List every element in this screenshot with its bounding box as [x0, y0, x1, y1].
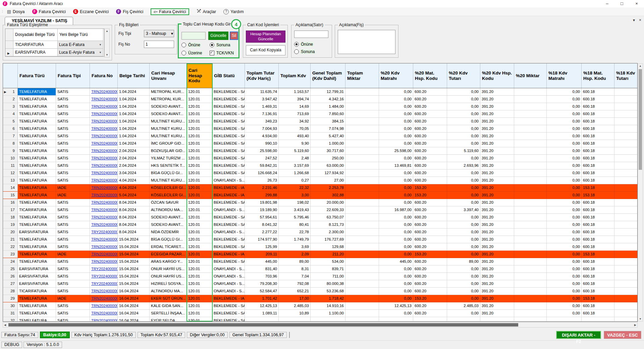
cell-kdv20_hsp[interactable]: 391.20: [480, 258, 514, 265]
cell-miktar20[interactable]: [514, 221, 547, 229]
cell-mat20_hsp[interactable]: 600.20: [413, 236, 447, 243]
cell-mat20_hsp[interactable]: 600.20: [413, 310, 447, 317]
cell-kdv18_tutar[interactable]: [614, 221, 638, 229]
row-selector[interactable]: 18: [3, 214, 18, 221]
cell-gib_statu[interactable]: BEKLEMEDE - SA...: [212, 147, 245, 155]
cell-kdv18_matrah[interactable]: 0,00: [547, 288, 582, 295]
cell-belge_tarihi[interactable]: 4.04.2024: [118, 184, 150, 192]
cell-cari_unvan[interactable]: BİGA GÜÇLÜ GI...: [150, 236, 187, 243]
cell-kdv20_matrah[interactable]: 0,00: [379, 140, 413, 147]
cell-kdv20_matrah[interactable]: 0,00: [379, 295, 413, 302]
fatura-no-link[interactable]: TRN2024000000...: [91, 112, 118, 116]
horizontal-scrollbar[interactable]: ◀ ▶: [3, 322, 638, 328]
cell-mat20_hsp[interactable]: 600.20: [413, 302, 447, 310]
cell-mat18_hsp[interactable]: [582, 317, 614, 321]
cell-toplam_tutar[interactable]: 1.089,11: [245, 310, 279, 317]
cell-fatura_turu[interactable]: TEMELFATURA: [18, 133, 56, 140]
cell-kdv18_tutar[interactable]: [614, 273, 638, 280]
cell-belge_tarihi[interactable]: 15.04.2024: [118, 236, 150, 243]
cell-gib_statu[interactable]: BEKLEMEDE - SA...: [212, 221, 245, 229]
cell-fatura_tipi[interactable]: SATIS: [56, 199, 90, 206]
cell-mat18_hsp[interactable]: 600.18: [582, 236, 614, 243]
cell-mat20_hsp[interactable]: 600.20: [413, 103, 447, 110]
cell-kdv18_matrah[interactable]: 0,00: [547, 251, 582, 258]
row-selector[interactable]: 30: [3, 302, 18, 310]
cell-miktar20[interactable]: [514, 251, 547, 258]
cell-cari_kod[interactable]: 120.01: [187, 192, 212, 199]
cell-kdv18_matrah[interactable]: 0,00: [547, 302, 582, 310]
fatura-no-link[interactable]: TRN2024000000...: [91, 178, 118, 182]
cell-kdv20_tutar[interactable]: 0,00: [447, 221, 480, 229]
cell-kdv20_matrah[interactable]: 0,00: [379, 214, 413, 221]
column-header-toplam_kdv[interactable]: Toplam Kdv: [279, 63, 311, 88]
cell-fatura_turu[interactable]: TEMELFATURA: [18, 310, 56, 317]
cell-kdv18_matrah[interactable]: 0,00: [547, 265, 582, 273]
cell-cari_unvan[interactable]: MULTINET KURU...: [150, 133, 187, 140]
cell-cari_kod[interactable]: 120.01: [187, 110, 212, 118]
cell-fatura_no[interactable]: TRY2024000000...: [90, 280, 118, 288]
cell-toplam_kdv[interactable]: 70,05: [279, 125, 311, 133]
cell-miktar20[interactable]: [514, 206, 547, 214]
cell-gib_statu[interactable]: BEKLEMEDE - SA...: [212, 133, 245, 140]
cell-gib_statu[interactable]: ONAYLANDI - S...: [212, 229, 245, 236]
row-selector[interactable]: 16: [3, 199, 18, 206]
cell-cari_kod[interactable]: 120.01: [187, 206, 212, 214]
satir-onune-radio-option[interactable]: Önüne: [294, 42, 314, 47]
cell-kdv20_matrah[interactable]: 0,00: [379, 243, 413, 251]
cell-gib_statu[interactable]: BEKLEMEDE - SA...: [212, 302, 245, 310]
cell-belge_tarihi[interactable]: 15.04.2024: [118, 265, 150, 273]
cell-cari_kod[interactable]: 120.01: [187, 199, 212, 206]
tckvkn-checkbox-option[interactable]: TCK/VKN: [210, 51, 234, 55]
cell-kdv18_matrah[interactable]: 0,00: [547, 243, 582, 251]
cell-kdv18_matrah[interactable]: 0,00: [547, 273, 582, 280]
cell-kdv20_hsp[interactable]: 391.20: [480, 302, 514, 310]
cell-mat18_hsp[interactable]: 600.18: [582, 125, 614, 133]
cell-kdv18_tutar[interactable]: [614, 125, 638, 133]
cell-kdv20_tutar[interactable]: 0,00: [447, 184, 480, 192]
cell-toplam_kdv[interactable]: 1.749,79: [279, 236, 311, 243]
cell-gib_statu[interactable]: BEKLEMEDE - SA...: [212, 110, 245, 118]
cell-kdv20_hsp[interactable]: 391.20: [480, 177, 514, 184]
tab-close-icon[interactable]: ×: [639, 18, 641, 22]
cell-fatura_turu[interactable]: TEMELFATURA: [18, 295, 56, 302]
cell-kdv20_matrah[interactable]: 0,00: [379, 184, 413, 192]
cell-kdv20_hsp[interactable]: 391.20: [480, 162, 514, 169]
cell-mat18_hsp[interactable]: 600.18: [582, 229, 614, 236]
cell-kdv20_tutar[interactable]: 0,00: [447, 199, 480, 206]
cell-genel_toplam[interactable]: 80.000,38: [311, 280, 345, 288]
fatura-no-link[interactable]: TRN2024000000...: [91, 119, 118, 123]
cell-miktar20[interactable]: [514, 273, 547, 280]
cell-miktar20[interactable]: [514, 302, 547, 310]
column-header-cari_kod[interactable]: Cari Hesap Kodu: [187, 63, 212, 88]
row-selector[interactable]: 29: [3, 295, 18, 302]
cell-fatura_no[interactable]: TRN2024000000...: [90, 317, 118, 321]
cell-mat20_hsp[interactable]: 600.20: [413, 214, 447, 221]
mapping-header-target[interactable]: Yeni Belge Türü: [58, 29, 103, 41]
cell-genel_toplam[interactable]: 53.236,68: [311, 288, 345, 295]
cell-kdv20_tutar[interactable]: 2.693,96: [447, 162, 480, 169]
cell-kdv20_tutar[interactable]: 0,00: [447, 288, 480, 295]
mapping-source-cell[interactable]: EARSIVFATURA: [13, 49, 58, 56]
mapping-scrollbar[interactable]: ▲ ▼: [104, 29, 110, 57]
cell-belge_tarihi[interactable]: 2.04.2024: [118, 147, 150, 155]
cell-kdv20_tutar[interactable]: 0,00: [447, 310, 480, 317]
cell-kdv20_tutar[interactable]: 0,00: [447, 169, 480, 177]
cell-gib_statu[interactable]: BEKLEMEDE - SA...: [212, 236, 245, 243]
mapping-target-combo[interactable]: Luca E-Arşiv Fatura ▾: [58, 49, 103, 56]
cell-kdv20_tutar[interactable]: 0,00: [447, 133, 480, 140]
scroll-right-icon[interactable]: ▶: [634, 323, 636, 327]
uzerine-radio-option[interactable]: Üzerine: [181, 51, 203, 55]
cell-gib_statu[interactable]: ONAYLANDI - S...: [212, 177, 245, 184]
cell-genel_toplam[interactable]: 7.850,60: [311, 110, 345, 118]
cell-kdv20_tutar[interactable]: [447, 317, 480, 321]
cell-kdv18_matrah[interactable]: 0,00: [547, 140, 582, 147]
cell-miktar20[interactable]: [514, 280, 547, 288]
cell-fatura_turu[interactable]: TEMELFATURA: [18, 251, 56, 258]
cell-mat18_hsp[interactable]: 600.18: [582, 302, 614, 310]
cell-belge_tarihi[interactable]: 4.04.2024: [118, 177, 150, 184]
cell-kdv20_tutar[interactable]: 0,00: [447, 177, 480, 184]
cell-toplam_tutar[interactable]: 79.208,30: [245, 280, 279, 288]
cell-kdv20_matrah[interactable]: 0,00: [379, 221, 413, 229]
cell-toplam_kdv[interactable]: 2,48: [279, 155, 311, 162]
cell-belge_tarihi[interactable]: 1.04.2024: [118, 88, 150, 96]
